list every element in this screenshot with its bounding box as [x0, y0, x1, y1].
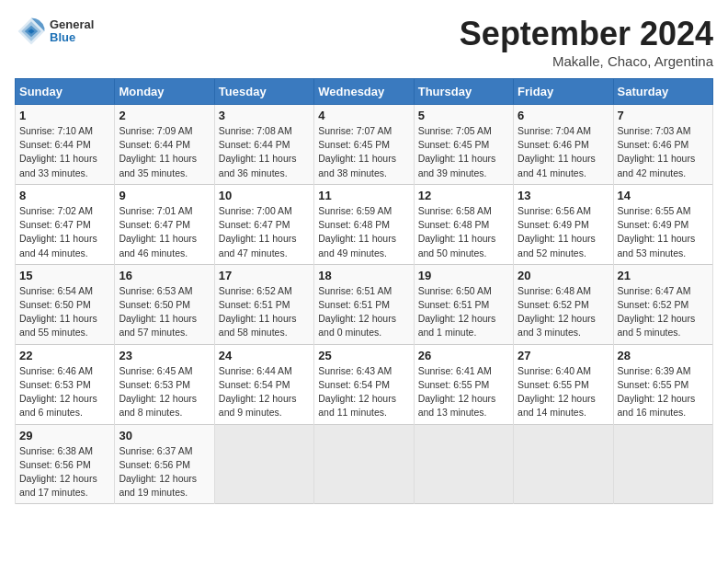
calendar-day-cell: 6 Sunrise: 7:04 AM Sunset: 6:46 PM Dayli…: [514, 105, 613, 185]
calendar-week-row: 8 Sunrise: 7:02 AM Sunset: 6:47 PM Dayli…: [16, 184, 713, 264]
day-number: 8: [19, 189, 110, 202]
calendar-week-row: 22 Sunrise: 6:46 AM Sunset: 6:53 PM Dayl…: [16, 344, 713, 424]
day-number: 25: [318, 349, 409, 362]
day-info: Sunrise: 6:52 AM Sunset: 6:51 PM Dayligh…: [219, 284, 310, 340]
title-block: September 2024 Makalle, Chaco, Argentina: [460, 15, 713, 69]
calendar-day-cell: [314, 424, 414, 504]
calendar-day-cell: 1 Sunrise: 7:10 AM Sunset: 6:44 PM Dayli…: [16, 105, 115, 185]
calendar-day-cell: 26 Sunrise: 6:41 AM Sunset: 6:55 PM Dayl…: [414, 344, 513, 424]
calendar-day-cell: 2 Sunrise: 7:09 AM Sunset: 6:44 PM Dayli…: [115, 105, 214, 185]
day-number: 16: [119, 269, 210, 282]
weekday-header: Sunday: [16, 79, 115, 105]
day-number: 23: [119, 349, 210, 362]
calendar-day-cell: 5 Sunrise: 7:05 AM Sunset: 6:45 PM Dayli…: [414, 105, 513, 185]
calendar-day-cell: 3 Sunrise: 7:08 AM Sunset: 6:44 PM Dayli…: [214, 105, 313, 185]
weekday-header: Thursday: [414, 79, 513, 105]
day-info: Sunrise: 7:10 AM Sunset: 6:44 PM Dayligh…: [19, 124, 110, 180]
day-number: 14: [618, 189, 709, 202]
calendar-day-cell: 24 Sunrise: 6:44 AM Sunset: 6:54 PM Dayl…: [214, 344, 313, 424]
location-subtitle: Makalle, Chaco, Argentina: [460, 53, 713, 69]
day-number: 17: [219, 269, 310, 282]
calendar-day-cell: 25 Sunrise: 6:43 AM Sunset: 6:54 PM Dayl…: [314, 344, 414, 424]
calendar-day-cell: [613, 424, 712, 504]
calendar-day-cell: 11 Sunrise: 6:59 AM Sunset: 6:48 PM Dayl…: [314, 184, 414, 264]
calendar-day-cell: 15 Sunrise: 6:54 AM Sunset: 6:50 PM Dayl…: [16, 264, 115, 344]
calendar-day-cell: 29 Sunrise: 6:38 AM Sunset: 6:56 PM Dayl…: [16, 424, 115, 504]
day-info: Sunrise: 6:59 AM Sunset: 6:48 PM Dayligh…: [318, 204, 409, 260]
day-number: 12: [418, 189, 509, 202]
day-number: 11: [318, 189, 409, 202]
calendar-day-cell: 27 Sunrise: 6:40 AM Sunset: 6:55 PM Dayl…: [514, 344, 613, 424]
day-number: 7: [618, 109, 709, 122]
day-info: Sunrise: 6:51 AM Sunset: 6:51 PM Dayligh…: [318, 284, 409, 340]
calendar-day-cell: 4 Sunrise: 7:07 AM Sunset: 6:45 PM Dayli…: [314, 105, 414, 185]
day-info: Sunrise: 7:08 AM Sunset: 6:44 PM Dayligh…: [219, 124, 310, 180]
day-number: 29: [19, 429, 110, 442]
day-info: Sunrise: 7:07 AM Sunset: 6:45 PM Dayligh…: [318, 124, 409, 180]
calendar-week-row: 15 Sunrise: 6:54 AM Sunset: 6:50 PM Dayl…: [16, 264, 713, 344]
day-info: Sunrise: 6:46 AM Sunset: 6:53 PM Dayligh…: [19, 364, 110, 420]
calendar-day-cell: 9 Sunrise: 7:01 AM Sunset: 6:47 PM Dayli…: [115, 184, 214, 264]
day-number: 13: [518, 189, 609, 202]
calendar-day-cell: 20 Sunrise: 6:48 AM Sunset: 6:52 PM Dayl…: [514, 264, 613, 344]
calendar-day-cell: 14 Sunrise: 6:55 AM Sunset: 6:49 PM Dayl…: [613, 184, 712, 264]
day-number: 30: [119, 429, 210, 442]
calendar-header: SundayMondayTuesdayWednesdayThursdayFrid…: [16, 79, 713, 105]
day-number: 20: [518, 269, 609, 282]
calendar-table: SundayMondayTuesdayWednesdayThursdayFrid…: [15, 78, 713, 504]
day-info: Sunrise: 7:02 AM Sunset: 6:47 PM Dayligh…: [19, 204, 110, 260]
day-info: Sunrise: 6:50 AM Sunset: 6:51 PM Dayligh…: [418, 284, 509, 340]
day-info: Sunrise: 6:47 AM Sunset: 6:52 PM Dayligh…: [618, 284, 709, 340]
day-number: 27: [518, 349, 609, 362]
day-info: Sunrise: 6:44 AM Sunset: 6:54 PM Dayligh…: [219, 364, 310, 420]
weekday-header: Saturday: [613, 79, 712, 105]
day-info: Sunrise: 7:09 AM Sunset: 6:44 PM Dayligh…: [119, 124, 210, 180]
month-title: September 2024: [460, 15, 713, 53]
calendar-day-cell: 13 Sunrise: 6:56 AM Sunset: 6:49 PM Dayl…: [514, 184, 613, 264]
calendar-day-cell: [214, 424, 313, 504]
day-number: 18: [318, 269, 409, 282]
calendar-day-cell: 23 Sunrise: 6:45 AM Sunset: 6:53 PM Dayl…: [115, 344, 214, 424]
day-info: Sunrise: 7:03 AM Sunset: 6:46 PM Dayligh…: [618, 124, 709, 180]
weekday-header: Monday: [115, 79, 214, 105]
day-number: 22: [19, 349, 110, 362]
weekday-header: Friday: [514, 79, 613, 105]
day-info: Sunrise: 6:48 AM Sunset: 6:52 PM Dayligh…: [518, 284, 609, 340]
calendar-day-cell: 17 Sunrise: 6:52 AM Sunset: 6:51 PM Dayl…: [214, 264, 313, 344]
calendar-week-row: 1 Sunrise: 7:10 AM Sunset: 6:44 PM Dayli…: [16, 105, 713, 185]
calendar-day-cell: 18 Sunrise: 6:51 AM Sunset: 6:51 PM Dayl…: [314, 264, 414, 344]
day-info: Sunrise: 6:37 AM Sunset: 6:56 PM Dayligh…: [119, 444, 210, 500]
day-number: 19: [418, 269, 509, 282]
day-info: Sunrise: 6:41 AM Sunset: 6:55 PM Dayligh…: [418, 364, 509, 420]
page-header: General Blue September 2024 Makalle, Cha…: [15, 15, 713, 69]
calendar-day-cell: [414, 424, 513, 504]
calendar-day-cell: [514, 424, 613, 504]
calendar-day-cell: 22 Sunrise: 6:46 AM Sunset: 6:53 PM Dayl…: [16, 344, 115, 424]
day-info: Sunrise: 7:00 AM Sunset: 6:47 PM Dayligh…: [219, 204, 310, 260]
day-number: 15: [19, 269, 110, 282]
day-number: 24: [219, 349, 310, 362]
weekday-header: Wednesday: [314, 79, 414, 105]
day-info: Sunrise: 6:56 AM Sunset: 6:49 PM Dayligh…: [518, 204, 609, 260]
day-info: Sunrise: 6:55 AM Sunset: 6:49 PM Dayligh…: [618, 204, 709, 260]
day-info: Sunrise: 6:40 AM Sunset: 6:55 PM Dayligh…: [518, 364, 609, 420]
day-info: Sunrise: 6:54 AM Sunset: 6:50 PM Dayligh…: [19, 284, 110, 340]
calendar-day-cell: 21 Sunrise: 6:47 AM Sunset: 6:52 PM Dayl…: [613, 264, 712, 344]
day-number: 2: [119, 109, 210, 122]
calendar-day-cell: 12 Sunrise: 6:58 AM Sunset: 6:48 PM Dayl…: [414, 184, 513, 264]
day-info: Sunrise: 6:58 AM Sunset: 6:48 PM Dayligh…: [418, 204, 509, 260]
day-info: Sunrise: 6:43 AM Sunset: 6:54 PM Dayligh…: [318, 364, 409, 420]
calendar-day-cell: 19 Sunrise: 6:50 AM Sunset: 6:51 PM Dayl…: [414, 264, 513, 344]
logo: General Blue: [15, 15, 94, 48]
day-info: Sunrise: 6:39 AM Sunset: 6:55 PM Dayligh…: [618, 364, 709, 420]
day-info: Sunrise: 6:38 AM Sunset: 6:56 PM Dayligh…: [19, 444, 110, 500]
logo-icon: [15, 15, 48, 48]
day-number: 9: [119, 189, 210, 202]
calendar-day-cell: 30 Sunrise: 6:37 AM Sunset: 6:56 PM Dayl…: [115, 424, 214, 504]
day-number: 6: [518, 109, 609, 122]
day-number: 4: [318, 109, 409, 122]
day-info: Sunrise: 7:05 AM Sunset: 6:45 PM Dayligh…: [418, 124, 509, 180]
day-info: Sunrise: 6:53 AM Sunset: 6:50 PM Dayligh…: [119, 284, 210, 340]
day-number: 3: [219, 109, 310, 122]
day-number: 5: [418, 109, 509, 122]
